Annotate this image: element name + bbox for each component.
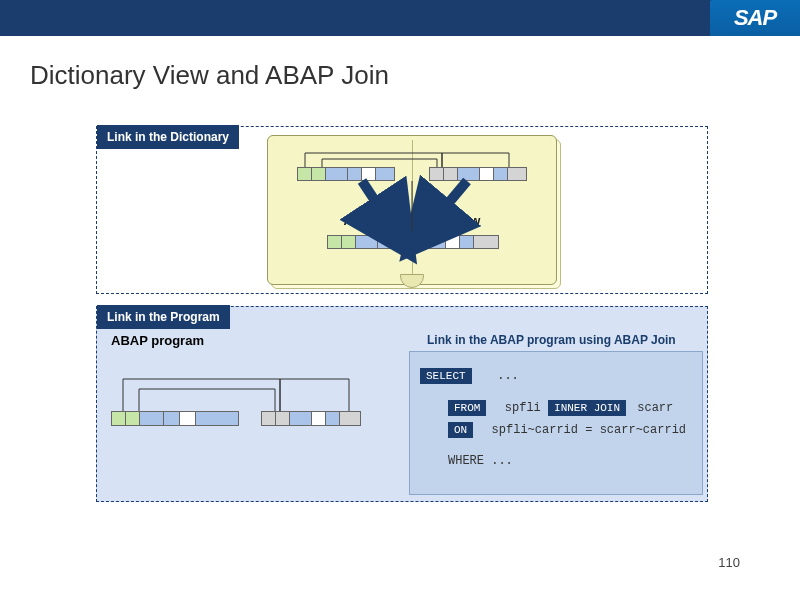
code-text: spfli [505, 401, 541, 415]
panel-program-tab: Link in the Program [97, 305, 230, 329]
panel-program: Link in the Program ABAP program Link in… [96, 306, 708, 502]
code-text: WHERE ... [448, 454, 513, 468]
top-bar: SAP [0, 0, 800, 36]
panel-dictionary: Link in the Dictionary [96, 126, 708, 294]
join-links-icon [267, 135, 557, 285]
code-text: spfli~carrid = scarr~carrid [492, 423, 686, 437]
join-links-icon [105, 367, 405, 427]
panel-dictionary-tab: Link in the Dictionary [97, 125, 239, 149]
abap-program-heading: ABAP program [111, 333, 204, 348]
sap-logo: SAP [710, 0, 800, 36]
book-graphic: ABAP Dictionary View [267, 135, 557, 285]
page-number: 110 [718, 555, 740, 570]
keyword-inner-join: INNER JOIN [548, 400, 626, 416]
code-text: ... [497, 369, 519, 383]
slide-title: Dictionary View and ABAP Join [30, 60, 389, 91]
keyword-from: FROM [448, 400, 486, 416]
keyword-on: ON [448, 422, 473, 438]
code-snippet: SELECT ... FROM spfli INNER JOIN scarr O… [409, 351, 703, 495]
code-text: scarr [637, 401, 673, 415]
link-using-join-heading: Link in the ABAP program using ABAP Join [427, 333, 676, 347]
keyword-select: SELECT [420, 368, 472, 384]
